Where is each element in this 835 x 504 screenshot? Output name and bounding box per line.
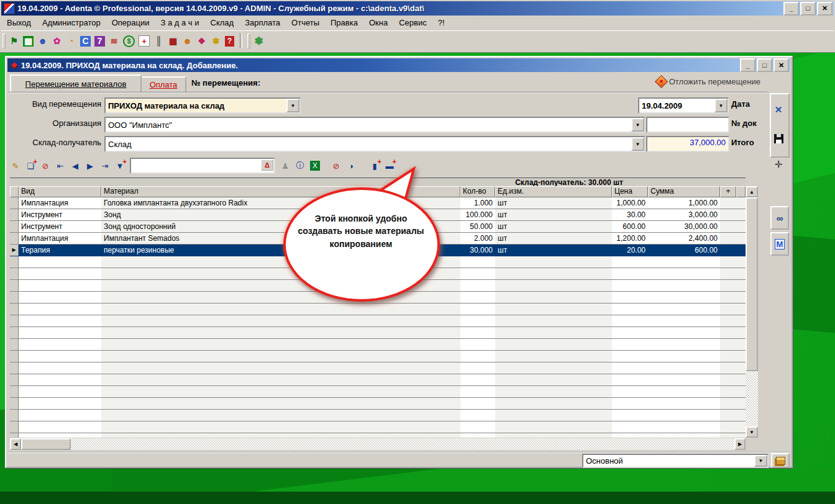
horizontal-scroll-thumb[interactable]: [21, 438, 71, 450]
scroll-down-button[interactable]: ▼: [746, 426, 758, 438]
materials-window-button[interactable]: М: [770, 232, 789, 256]
move-handle-icon[interactable]: ✛: [772, 159, 785, 171]
table-row-empty[interactable]: [10, 398, 746, 410]
table-row-empty[interactable]: [10, 433, 746, 438]
total-field: 37,000.00: [646, 136, 729, 152]
header-qty[interactable]: Кол-во: [460, 186, 495, 197]
menu-windows[interactable]: Окна: [363, 16, 393, 29]
close-button[interactable]: ✕: [817, 2, 833, 16]
row-marker-cell: [10, 209, 19, 221]
service-flower-icon[interactable]: ✽: [252, 34, 266, 48]
child-maximize-button[interactable]: □: [757, 58, 772, 72]
prev-record-icon[interactable]: ◀: [68, 159, 82, 173]
menu-warehouse[interactable]: Склад: [205, 16, 240, 29]
filter-icon[interactable]: ▼+: [113, 159, 127, 173]
calendar-7-icon[interactable]: 7: [94, 36, 105, 47]
doc-number-field[interactable]: [646, 117, 729, 133]
register-icon[interactable]: ▦: [166, 34, 180, 48]
menu-help[interactable]: ?!: [432, 16, 450, 29]
scroll-right-button[interactable]: ▶: [734, 438, 746, 450]
row-marker-cell: [10, 315, 19, 327]
firstaid-icon[interactable]: +: [139, 35, 150, 47]
header-plus[interactable]: +: [720, 186, 736, 197]
edit-record-icon[interactable]: ✎: [9, 159, 22, 173]
cancel-button[interactable]: ✕: [772, 98, 785, 122]
vertical-scrollbar[interactable]: ▲ ▼: [746, 186, 758, 438]
search-materials-button[interactable]: ∞: [770, 206, 789, 230]
warehouse-selector-combo[interactable]: Основной ▼: [582, 454, 769, 466]
celebration-icon[interactable]: ✿: [50, 34, 64, 48]
header-sum[interactable]: Сумма: [648, 186, 720, 197]
next-record-icon[interactable]: ▶: [83, 159, 97, 173]
menu-administrator[interactable]: Администратор: [37, 16, 106, 29]
header-price[interactable]: Цена: [612, 186, 648, 197]
calendar-c-icon[interactable]: C: [80, 36, 91, 47]
cube-icon: [776, 457, 785, 465]
form-panel: Вид перемещения ПРИХОД материала на скла…: [8, 92, 767, 157]
organization-combo[interactable]: ООО "Имплантс" ▼: [104, 117, 646, 133]
last-record-icon[interactable]: ⇥: [98, 159, 112, 173]
table-row-empty[interactable]: [10, 386, 746, 398]
add-record-icon[interactable]: ❏+: [24, 159, 37, 173]
table-row-empty[interactable]: [10, 362, 746, 374]
vertical-scroll-thumb[interactable]: [746, 197, 758, 371]
tab-payment[interactable]: Оплата: [140, 76, 186, 92]
table-row-empty[interactable]: [10, 421, 746, 433]
maximize-button[interactable]: □: [800, 2, 816, 16]
desktop-background: [112, 467, 835, 493]
toolbar-grip[interactable]: [247, 34, 250, 48]
toolbar-grip[interactable]: [2, 34, 6, 48]
cell-tail: [736, 233, 746, 245]
horizontal-scrollbar[interactable]: ◀ ▶: [10, 438, 746, 450]
cell-unit: шт: [495, 233, 612, 245]
chevron-down-icon[interactable]: ▼: [631, 118, 644, 132]
row-marker-cell: [10, 280, 19, 292]
schedule-clock-icon[interactable]: ◔: [64, 34, 78, 48]
exit-flag-icon[interactable]: ⚑: [7, 34, 21, 48]
settings-flower-icon[interactable]: ✽: [209, 34, 223, 48]
barcode-icon[interactable]: ║: [152, 34, 166, 48]
menu-exit[interactable]: Выход: [1, 16, 37, 29]
desktop-green-icon[interactable]: ▦: [23, 36, 34, 47]
cancel-record-icon[interactable]: ⊘: [39, 159, 52, 173]
movement-kind-combo[interactable]: ПРИХОД материала на склад ▼: [104, 97, 301, 114]
patients-icon[interactable]: ☻: [35, 34, 50, 48]
menu-edit[interactable]: Правка: [325, 16, 363, 29]
chevron-down-icon[interactable]: ▼: [754, 455, 767, 467]
cards-icon[interactable]: ≋: [107, 34, 121, 48]
menu-reports[interactable]: Отчеты: [286, 16, 325, 29]
menu-salary[interactable]: Зарплата: [239, 16, 286, 29]
packages-icon[interactable]: ❖: [194, 34, 209, 48]
menu-operations[interactable]: Операции: [106, 16, 155, 29]
postpone-movement-link[interactable]: Отложить перемещение: [657, 77, 760, 86]
chevron-down-icon[interactable]: ▼: [286, 99, 299, 112]
tab-material-movement[interactable]: Перемещение материалов: [10, 74, 142, 92]
child-minimize-button[interactable]: _: [740, 58, 755, 72]
flask-icon[interactable]: Δ: [261, 160, 273, 171]
table-row-empty[interactable]: [10, 410, 746, 421]
header-kind[interactable]: Вид: [19, 186, 101, 197]
menu-service[interactable]: Сервис: [393, 16, 432, 29]
chevron-down-icon[interactable]: ▼: [714, 99, 728, 112]
first-record-icon[interactable]: ⇤: [53, 159, 67, 173]
header-unit[interactable]: Ед.изм.: [495, 186, 612, 197]
cell-tail: [736, 197, 746, 209]
save-button[interactable]: [772, 127, 785, 150]
row-marker-cell: [10, 421, 19, 433]
staff-icon[interactable]: ☻: [180, 34, 194, 48]
money-icon[interactable]: $: [123, 35, 135, 47]
table-row-empty[interactable]: [10, 374, 746, 386]
cell-plus: [720, 245, 736, 256]
warehouse-combo[interactable]: Склад ▼: [104, 136, 646, 152]
date-combo[interactable]: 19.04.2009 ▼: [638, 97, 729, 114]
child-close-button[interactable]: ✕: [773, 58, 789, 72]
scroll-left-button[interactable]: ◀: [10, 438, 21, 450]
menu-tasks[interactable]: З а д а ч и: [155, 16, 205, 29]
row-marker-cell: [10, 197, 19, 209]
minimize-button[interactable]: _: [783, 2, 799, 16]
chevron-down-icon[interactable]: ▼: [631, 137, 644, 151]
warehouse-cube-button[interactable]: [771, 453, 790, 468]
search-input[interactable]: Δ: [130, 158, 275, 174]
scroll-up-button[interactable]: ▲: [746, 186, 758, 197]
help-book-icon[interactable]: ?: [225, 36, 234, 47]
